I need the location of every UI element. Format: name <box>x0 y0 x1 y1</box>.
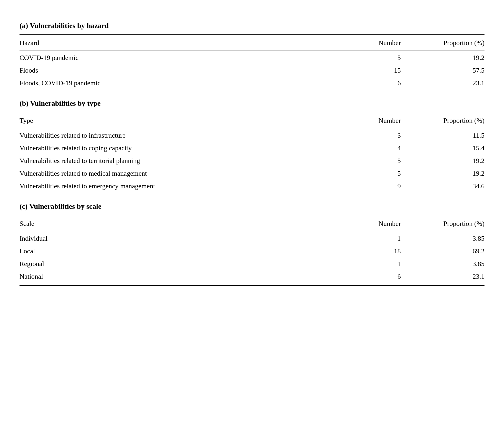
row-proportion: 11.5 <box>401 128 484 141</box>
row-number: 9 <box>336 179 401 195</box>
row-number: 18 <box>336 244 401 257</box>
table-row: Vulnerabilities related to medical manag… <box>20 166 484 179</box>
row-number: 1 <box>336 257 401 269</box>
row-label: Floods <box>20 63 336 76</box>
row-number: 5 <box>336 50 401 63</box>
row-number: 15 <box>336 63 401 76</box>
row-proportion: 15.4 <box>401 141 484 153</box>
page-container: (a) Vulnerabilities by hazard Hazard Num… <box>20 15 484 286</box>
row-label: Local <box>20 244 336 257</box>
section-c-col3: Proportion (%) <box>401 215 484 231</box>
section-a-table: Hazard Number Proportion (%) COVID-19 pa… <box>20 34 484 92</box>
section-b-header: Type Number Proportion (%) <box>20 112 484 128</box>
section-c-col2: Number <box>336 215 401 231</box>
row-label: National <box>20 269 336 286</box>
table-row: Individual13.85 <box>20 231 484 244</box>
row-label: Vulnerabilities related to emergency man… <box>20 179 336 195</box>
section-b-col3: Proportion (%) <box>401 112 484 128</box>
section-c-col1: Scale <box>20 215 336 231</box>
table-row: Local1869.2 <box>20 244 484 257</box>
row-proportion: 19.2 <box>401 50 484 63</box>
section-a-col3: Proportion (%) <box>401 34 484 50</box>
row-proportion: 23.1 <box>401 269 484 286</box>
row-label: Vulnerabilities related to territorial p… <box>20 153 336 166</box>
row-label: Regional <box>20 257 336 269</box>
row-label: Vulnerabilities related to coping capaci… <box>20 141 336 153</box>
section-a: (a) Vulnerabilities by hazard Hazard Num… <box>20 15 484 92</box>
row-proportion: 34.6 <box>401 179 484 195</box>
row-number: 3 <box>336 128 401 141</box>
section-a-header: Hazard Number Proportion (%) <box>20 34 484 50</box>
row-proportion: 69.2 <box>401 244 484 257</box>
table-row: Floods, COVID-19 pandemic623.1 <box>20 76 484 92</box>
row-label: Individual <box>20 231 336 244</box>
table-row: Regional13.85 <box>20 257 484 269</box>
section-b-col2: Number <box>336 112 401 128</box>
section-b-col1: Type <box>20 112 336 128</box>
table-row: National623.1 <box>20 269 484 286</box>
bottom-rule <box>20 286 484 286</box>
row-proportion: 3.85 <box>401 231 484 244</box>
row-label: Vulnerabilities related to medical manag… <box>20 166 336 179</box>
section-c: (c) Vulnerabilities by scale Scale Numbe… <box>20 195 484 286</box>
row-number: 5 <box>336 153 401 166</box>
table-row: Vulnerabilities related to territorial p… <box>20 153 484 166</box>
row-proportion: 57.5 <box>401 63 484 76</box>
row-label: Vulnerabilities related to infrastructur… <box>20 128 336 141</box>
row-number: 1 <box>336 231 401 244</box>
section-c-title: (c) Vulnerabilities by scale <box>20 195 484 215</box>
row-proportion: 3.85 <box>401 257 484 269</box>
row-number: 6 <box>336 76 401 92</box>
section-b: (b) Vulnerabilities by type Type Number … <box>20 92 484 195</box>
section-a-title: (a) Vulnerabilities by hazard <box>20 15 484 34</box>
row-label: COVID-19 pandemic <box>20 50 336 63</box>
table-row: Vulnerabilities related to infrastructur… <box>20 128 484 141</box>
section-b-table: Type Number Proportion (%) Vulnerabiliti… <box>20 112 484 195</box>
section-a-col1: Hazard <box>20 34 336 50</box>
section-a-col2: Number <box>336 34 401 50</box>
row-label: Floods, COVID-19 pandemic <box>20 76 336 92</box>
table-row: Vulnerabilities related to coping capaci… <box>20 141 484 153</box>
row-number: 5 <box>336 166 401 179</box>
row-proportion: 19.2 <box>401 166 484 179</box>
table-row: COVID-19 pandemic519.2 <box>20 50 484 63</box>
row-proportion: 23.1 <box>401 76 484 92</box>
row-number: 4 <box>336 141 401 153</box>
section-c-header: Scale Number Proportion (%) <box>20 215 484 231</box>
row-proportion: 19.2 <box>401 153 484 166</box>
table-row: Vulnerabilities related to emergency man… <box>20 179 484 195</box>
section-c-table: Scale Number Proportion (%) Individual13… <box>20 215 484 286</box>
row-number: 6 <box>336 269 401 286</box>
section-b-title: (b) Vulnerabilities by type <box>20 92 484 112</box>
table-row: Floods1557.5 <box>20 63 484 76</box>
